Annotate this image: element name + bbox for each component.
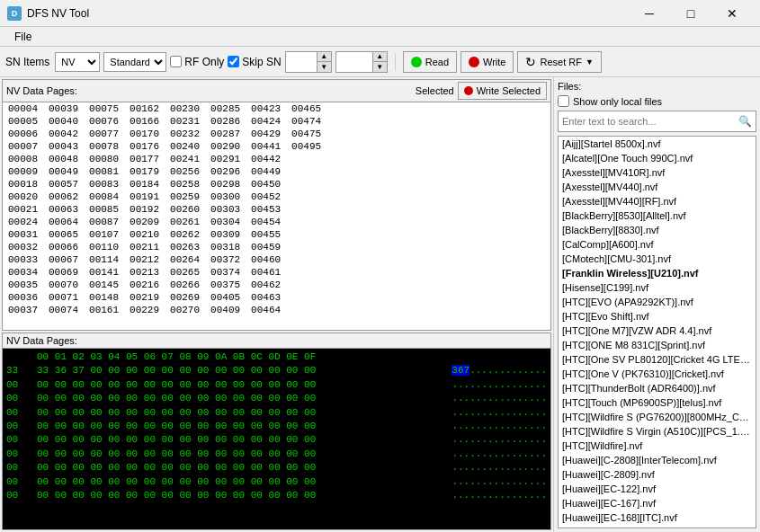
show-local-checkbox-group: Show only local files xyxy=(558,95,756,107)
table-cell xyxy=(286,178,326,191)
table-cell: 00084 xyxy=(84,191,124,203)
spinner2-input[interactable]: 500 xyxy=(336,52,372,72)
table-cell: 00375 xyxy=(205,279,246,291)
table-cell: 00256 xyxy=(165,165,205,178)
list-item[interactable]: [HTC][ONE M8 831C][Sprint].nvf xyxy=(559,338,756,352)
read-button[interactable]: Read xyxy=(403,51,457,73)
spinner1-up[interactable]: ▲ xyxy=(317,52,331,62)
table-cell: 00286 xyxy=(205,115,246,128)
list-item[interactable]: [Alcatel][One Touch 990C].nvf xyxy=(559,151,756,165)
list-item[interactable]: [HTC][EVO (APA9292KT)].nvf xyxy=(559,295,756,309)
table-cell: 00209 xyxy=(124,216,165,228)
table-cell: 00474 xyxy=(286,115,326,128)
list-item[interactable]: [HTC][One M7][VZW ADR 4.4].nvf xyxy=(559,324,756,338)
show-local-label: Show only local files xyxy=(573,96,662,107)
table-row[interactable]: 00036000710014800219002690040500463 xyxy=(3,291,326,304)
files-list[interactable]: [Aijj][Startel 8500x].nvf[Alcatel][One T… xyxy=(558,136,756,528)
list-item[interactable]: [CMotech][CMU-301].nvf xyxy=(559,252,756,266)
list-item[interactable]: [BlackBerry][8830].nvf xyxy=(559,223,756,237)
list-item[interactable]: [Huawei][C-2808][InterTelecom].nvf xyxy=(559,453,756,467)
table-cell xyxy=(286,153,326,165)
list-item[interactable]: [HTC][Touch (MP6900SP)][telus].nvf xyxy=(559,395,756,410)
list-item[interactable]: [HTC][Wildfire].nvf xyxy=(559,439,756,453)
table-row[interactable]: 00020000620008400191002590030000452 xyxy=(3,191,326,203)
table-cell: 00290 xyxy=(205,140,246,153)
table-row[interactable]: 0000700043000780017600240002900044100495 xyxy=(3,140,326,153)
hex-bytes: 00 00 00 00 00 00 00 00 00 00 00 00 00 0… xyxy=(37,420,448,433)
table-row[interactable]: 0000600042000770017000232002870042900475 xyxy=(3,128,326,140)
spinner1-down[interactable]: ▼ xyxy=(317,62,331,72)
spinner2-up[interactable]: ▲ xyxy=(372,52,387,62)
table-cell: 00441 xyxy=(246,140,286,153)
list-item[interactable]: [BlackBerry][8530][Alltel].nvf xyxy=(559,208,756,223)
table-cell: 00210 xyxy=(124,228,165,241)
rf-only-checkbox-group: RF Only xyxy=(170,56,224,68)
table-row[interactable]: 00035000700014500216002660037500462 xyxy=(3,279,326,291)
hex-section: NV Data Pages: 00 01 02 03 04 05 06 07 0… xyxy=(2,332,551,530)
table-row[interactable]: 00018000570008300184002580029800450 xyxy=(3,178,326,191)
table-row[interactable]: 00024000640008700209002610030400454 xyxy=(3,216,326,228)
list-item[interactable]: [Huawei][EC-122].nvf xyxy=(559,482,756,496)
spinner2-down[interactable]: ▼ xyxy=(372,62,387,72)
separator1 xyxy=(395,53,396,71)
minimize-button[interactable]: ─ xyxy=(629,0,670,27)
table-cell: 00075 xyxy=(84,102,124,115)
table-row[interactable]: 00009000490008100179002560029600449 xyxy=(3,165,326,178)
rf-only-checkbox[interactable] xyxy=(170,56,182,67)
table-row[interactable]: 00031000650010700210002620030900455 xyxy=(3,228,326,241)
table-row[interactable]: 00037000740016100229002700040900464 xyxy=(3,304,326,316)
table-row[interactable]: 0000500040000760016600231002860042400474 xyxy=(3,115,326,128)
list-item[interactable]: [HTC][One SV PL80120][Cricket 4G LTE].nv… xyxy=(559,352,756,367)
table-cell: 00213 xyxy=(124,266,165,279)
list-item[interactable]: [HTC][Evo Shift].nvf xyxy=(559,309,756,324)
table-row[interactable]: 00021000630008500192002600030300453 xyxy=(3,203,326,216)
table-cell: 00264 xyxy=(165,253,205,266)
maximize-button[interactable]: □ xyxy=(670,0,711,27)
list-item[interactable]: [Franklin Wireless][U210].nvf xyxy=(559,266,756,280)
app-title: DFS NV Tool xyxy=(27,7,89,20)
list-item[interactable]: [HTC][Wildfire S (PG76200)][800MHz_Cellu… xyxy=(559,410,756,424)
list-item[interactable]: [CalComp][A600].nvf xyxy=(559,237,756,252)
table-cell: 00177 xyxy=(124,153,165,165)
table-cell: 00110 xyxy=(84,241,124,253)
reset-rf-label: Reset RF xyxy=(540,57,581,67)
table-row[interactable]: 00034000690014100213002650037400461 xyxy=(3,266,326,279)
table-cell: 00429 xyxy=(246,128,286,140)
list-item[interactable]: [Huawei][EC-226][Peoplenet].nvf xyxy=(559,525,756,528)
list-item[interactable]: [Huawei][C-2809].nvf xyxy=(559,467,756,482)
list-item[interactable]: [Axesstel][MV440].nvf xyxy=(559,180,756,194)
reset-rf-button[interactable]: ↻ Reset RF ▼ xyxy=(517,51,601,73)
table-cell: 00024 xyxy=(3,216,43,228)
write-button[interactable]: Write xyxy=(460,51,514,73)
table-row[interactable]: 00008000480008000177002410029100442 xyxy=(3,153,326,165)
menu-file[interactable]: File xyxy=(7,29,39,45)
table-row[interactable]: 00032000660011000211002630031800459 xyxy=(3,241,326,253)
list-item[interactable]: [Axesstel][MV410R].nvf xyxy=(559,165,756,180)
list-item[interactable]: [Aijj][Startel 8500x].nvf xyxy=(559,137,756,151)
show-local-checkbox[interactable] xyxy=(558,95,569,107)
table-cell: 00007 xyxy=(3,140,43,153)
list-item[interactable]: [HTC][Wildfire S Virgin (A510C)][PCS_1.8… xyxy=(559,424,756,439)
list-item[interactable]: [Huawei][EC-167].nvf xyxy=(559,496,756,510)
table-row[interactable]: 00033000670011400212002640037200460 xyxy=(3,253,326,266)
spinner1-input[interactable]: 0 xyxy=(286,52,317,72)
search-box: 🔍 xyxy=(558,111,756,132)
search-input[interactable] xyxy=(559,111,735,131)
skip-sn-checkbox[interactable] xyxy=(228,56,239,67)
titlebar-left: D DFS NV Tool xyxy=(7,6,89,21)
standard-select[interactable]: Standard xyxy=(103,52,166,72)
list-item[interactable]: [HTC][One V (PK76310)][Cricket].nvf xyxy=(559,367,756,381)
table-row[interactable]: 0000400039000750016200230002850042300465 xyxy=(3,102,326,115)
table-cell xyxy=(286,203,326,216)
close-button[interactable]: ✕ xyxy=(711,0,753,27)
list-item[interactable]: [Huawei][EC-168][ITC].nvf xyxy=(559,510,756,525)
hex-content[interactable]: 00 01 02 03 04 05 06 07 08 09 0A 0B 0C 0… xyxy=(3,349,550,529)
write-selected-button[interactable]: Write Selected xyxy=(458,82,547,100)
list-item[interactable]: [Hisense][C199].nvf xyxy=(559,280,756,295)
hex-title: NV Data Pages: xyxy=(6,335,77,346)
list-item[interactable]: [Axesstel][MV440][RF].nvf xyxy=(559,194,756,208)
list-item[interactable]: [HTC][ThunderBolt (ADR6400)].nvf xyxy=(559,381,756,395)
nv-select[interactable]: NV xyxy=(55,52,100,72)
nv-table-container[interactable]: 0000400039000750016200230002850042300465… xyxy=(3,102,550,330)
table-cell: 00309 xyxy=(205,228,246,241)
